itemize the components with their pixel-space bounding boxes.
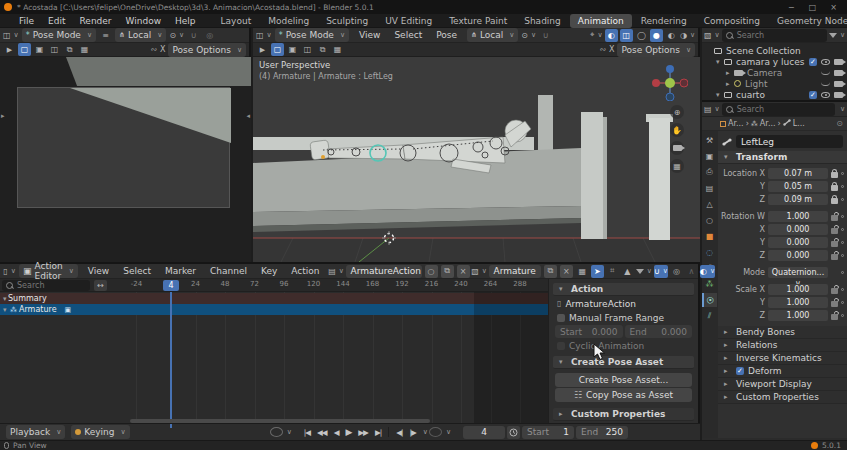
prev-frame-button[interactable]: ◀| xyxy=(393,426,405,439)
camera-view-icon[interactable] xyxy=(670,141,684,155)
region-toggle-right-icon[interactable]: ◂ xyxy=(246,112,250,120)
lock-open-icon[interactable] xyxy=(831,301,838,307)
outliner-row[interactable]: ▸Camera xyxy=(702,67,847,78)
properties-tab-render[interactable]: ▣ xyxy=(702,149,717,163)
select-box-tool-icon[interactable]: ▢ xyxy=(271,43,284,56)
dopesheet-menu-key[interactable]: Key xyxy=(254,266,284,276)
workspace-tab-compositing[interactable]: Compositing xyxy=(696,14,768,28)
manual-frame-range-row[interactable]: Manual Frame Range xyxy=(553,311,694,324)
close-button[interactable]: × xyxy=(830,3,837,12)
errors-filter-icon[interactable]: ▲ xyxy=(621,265,634,278)
breadcrumb-item[interactable]: Ar... xyxy=(720,119,744,128)
viewport-menu-view[interactable]: View xyxy=(352,30,387,40)
expand-icon[interactable]: ▾ xyxy=(0,306,8,314)
tool-icon[interactable]: ⧉ xyxy=(316,43,329,56)
menu-file[interactable]: File xyxy=(12,16,41,26)
transform-value-field[interactable]: 1.000 xyxy=(768,211,828,222)
mode-selector[interactable]: * Pose Mode ∨ xyxy=(22,28,96,42)
use-preview-range-icon[interactable] xyxy=(507,426,520,439)
proportional-edit-icon[interactable]: ◎ xyxy=(203,29,216,42)
outliner-row[interactable]: ▾cuarto✓ xyxy=(702,89,847,100)
shading-material-icon[interactable]: ◐ xyxy=(665,29,678,42)
animate-dot-icon[interactable] xyxy=(841,172,844,175)
workspace-tab-geometry-nodes[interactable]: Geometry Nodes xyxy=(769,14,847,28)
new-action-icon[interactable]: ⧉ xyxy=(441,265,454,278)
interpolation-icon[interactable]: ∧ xyxy=(685,265,698,278)
animate-dot-icon[interactable] xyxy=(841,228,844,231)
cyclic-animation-row[interactable]: Cyclic Animation xyxy=(553,339,694,352)
transform-value-field[interactable]: 1.000 xyxy=(768,297,828,308)
transform-value-field[interactable]: 0.05 m xyxy=(768,181,828,192)
pose-options-dropdown[interactable]: Pose Options ∨ xyxy=(617,43,695,57)
minimize-button[interactable]: − xyxy=(788,3,795,12)
properties-tab-bone[interactable]: ⦿ xyxy=(702,293,717,307)
properties-tab-output[interactable]: ⎙ xyxy=(702,165,717,179)
properties-options-icon[interactable]: ∨ xyxy=(840,105,845,113)
expand-icon[interactable]: ▸ xyxy=(726,69,734,77)
pivot-point-icon[interactable]: ⊙∨ xyxy=(521,29,536,42)
breadcrumb-item[interactable]: ⁂Ar... xyxy=(751,119,776,128)
rotation-mode-dropdown[interactable]: Quaternion... ∨ xyxy=(768,267,828,278)
current-frame-badge[interactable]: 4 xyxy=(163,280,179,291)
lock-closed-icon[interactable] xyxy=(831,185,838,191)
menu-render[interactable]: Render xyxy=(73,16,119,26)
frame-step-dropdown-icon[interactable]: ∨ xyxy=(423,428,428,436)
eye-icon[interactable] xyxy=(821,92,830,98)
eye-closed-icon[interactable] xyxy=(821,82,830,86)
dopesheet-menu-marker[interactable]: Marker xyxy=(158,266,203,276)
tool-expand-icon[interactable]: ▶ xyxy=(256,43,269,56)
mode-selector[interactable]: * Pose Mode ∨ xyxy=(275,28,349,42)
transform-orientation[interactable]: ⋔ Local ∨ xyxy=(467,28,518,42)
tool-icon[interactable]: ⧉ xyxy=(63,43,76,56)
lock-open-icon[interactable] xyxy=(831,241,838,247)
snap-magnet-icon[interactable]: ∪ xyxy=(187,29,200,42)
pan-hand-icon[interactable]: ✋ xyxy=(670,123,684,137)
play-reverse-button[interactable]: ◀ xyxy=(331,426,342,439)
properties-tab-scene[interactable]: △ xyxy=(702,197,717,211)
workspace-tab-sculpting[interactable]: Sculpting xyxy=(318,14,376,28)
animate-dot-icon[interactable] xyxy=(841,254,844,257)
editor-type-icon[interactable]: ◫∨ xyxy=(256,29,272,42)
transform-value-field[interactable]: 1.000 xyxy=(768,310,828,321)
workspace-tab-layout[interactable]: Layout xyxy=(213,14,260,28)
lock-open-icon[interactable] xyxy=(831,228,838,234)
menu-edit[interactable]: Edit xyxy=(41,16,72,26)
filter-funnel-icon[interactable]: ∨ xyxy=(636,265,652,278)
render-visibility-icon[interactable] xyxy=(834,59,843,65)
workspace-tab-animation[interactable]: Animation xyxy=(570,14,632,28)
properties-tab-tool[interactable]: ⚒ xyxy=(702,133,717,147)
transform-value-field[interactable]: 1.000 xyxy=(768,284,828,295)
workspace-tab-texture-paint[interactable]: Texture Paint xyxy=(441,14,515,28)
lock-open-icon[interactable] xyxy=(831,215,838,221)
transform-panel-header[interactable]: ▾Transform xyxy=(718,151,847,164)
copy-pose-as-asset-button[interactable]: ☷ Copy Pose as Asset xyxy=(555,388,692,402)
filter-keys-icon[interactable]: ▦ xyxy=(576,265,589,278)
viewport-menu-select[interactable]: Select xyxy=(387,30,429,40)
outliner-filter-icon[interactable]: ∨ xyxy=(829,29,845,42)
transform-value-field[interactable]: 0.07 m xyxy=(768,168,828,179)
workspace-tab-modeling[interactable]: Modeling xyxy=(260,14,317,28)
xray-toggle-icon[interactable]: ◫ xyxy=(620,29,633,42)
zoom-icon[interactable]: ⊕ xyxy=(670,105,684,119)
dopesheet-ruler[interactable]: Search ↔ -242448729612014416819221624026… xyxy=(0,279,548,292)
workspace-tab-rendering[interactable]: Rendering xyxy=(633,14,695,28)
properties-search-input[interactable]: Search xyxy=(722,103,835,116)
only-selected-icon[interactable]: ➤ xyxy=(591,265,604,278)
lock-open-icon[interactable] xyxy=(831,254,838,260)
checkbox-icon[interactable]: ✓ xyxy=(809,58,817,66)
keying-set-dropdown-icon[interactable]: ∨ xyxy=(446,428,451,436)
channel-row-summary[interactable]: ▾Summary xyxy=(0,293,548,304)
lock-closed-icon[interactable] xyxy=(831,198,838,204)
animate-dot-icon[interactable] xyxy=(841,198,844,201)
viewport-left-canvas[interactable]: ▸ ◂ xyxy=(0,57,251,262)
slot-browse-icon[interactable]: ▧∨ xyxy=(473,265,486,278)
deform-checkbox[interactable]: ✓ xyxy=(736,367,744,375)
tool-expand-icon[interactable]: ▶ xyxy=(3,43,16,56)
panel-header-custom-properties[interactable]: ▸Custom Properties xyxy=(718,391,847,404)
pose-options-dropdown[interactable]: Pose Options ∨ xyxy=(168,43,246,57)
action-editor-mode-dropdown[interactable]: ▣ Action Editor ∨ xyxy=(19,264,78,278)
tool-icon[interactable]: ▦ xyxy=(331,43,344,56)
panel-header-bendy-bones[interactable]: ▸Bendy Bones xyxy=(718,326,847,339)
dopesheet-menu-select[interactable]: Select xyxy=(116,266,158,276)
keying-dropdown[interactable]: Keying∨ xyxy=(71,425,129,439)
